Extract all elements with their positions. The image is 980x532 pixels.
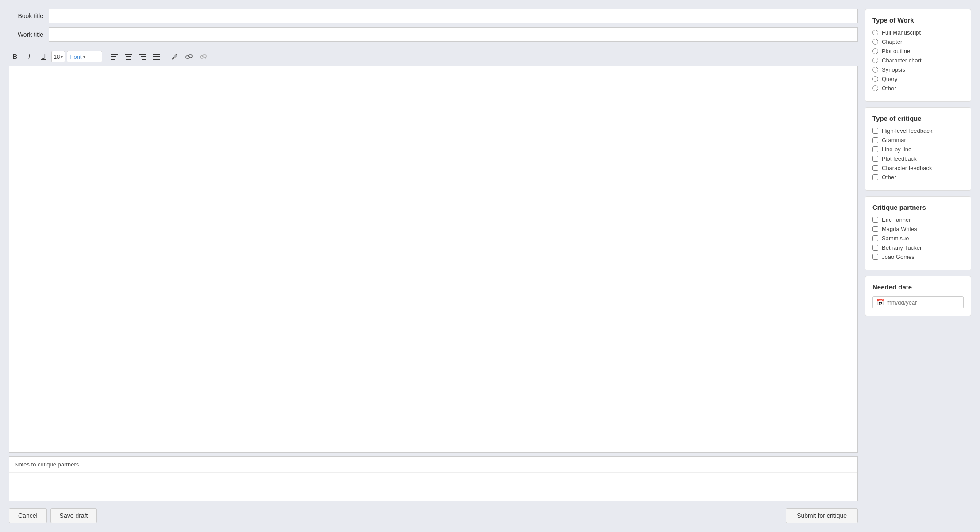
type-of-work-title: Type of Work (872, 16, 964, 24)
work-title-label: Work title (9, 31, 49, 38)
align-right-button[interactable] (136, 50, 149, 63)
label-cp-magda[interactable]: Magda Writes (882, 226, 917, 232)
type-of-critique-item: Line-by-line (872, 146, 964, 153)
type-of-work-item: Other (872, 85, 964, 92)
checkbox-cp-joao[interactable] (872, 254, 878, 260)
notes-input[interactable] (9, 473, 857, 499)
label-tc-line[interactable]: Line-by-line (882, 146, 911, 153)
type-of-critique-card: Type of critique High-level feedbackGram… (865, 107, 971, 191)
type-of-work-item: Full Manuscript (872, 29, 964, 36)
label-tw-char-chart[interactable]: Character chart (882, 57, 922, 64)
label-cp-sammi[interactable]: Sammisue (882, 235, 909, 242)
align-center-icon (125, 54, 132, 60)
checkbox-cp-bethany[interactable] (872, 245, 878, 251)
checkbox-tc-high[interactable] (872, 128, 878, 134)
calendar-icon: 📅 (876, 299, 884, 306)
checkbox-tc-char[interactable] (872, 165, 878, 171)
font-size-value: 18 (54, 54, 60, 60)
label-tw-full[interactable]: Full Manuscript (882, 29, 921, 36)
critique-partners-title: Critique partners (872, 204, 964, 211)
needed-date-title: Needed date (872, 283, 964, 291)
date-input[interactable] (887, 299, 961, 306)
font-size-chevron-icon: ▾ (61, 54, 63, 59)
right-panel: Type of Work Full ManuscriptChapterPlot … (865, 9, 971, 523)
type-of-work-item: Query (872, 76, 964, 82)
label-tw-query[interactable]: Query (882, 76, 897, 82)
toolbar-divider-1 (105, 52, 105, 61)
checkbox-cp-magda[interactable] (872, 226, 878, 232)
pencil-button[interactable] (169, 50, 181, 63)
type-of-work-item: Synopsis (872, 66, 964, 73)
font-name-label: Font (70, 54, 81, 60)
underline-button[interactable]: U (37, 50, 50, 63)
book-title-input[interactable] (49, 9, 858, 23)
checkbox-tc-other[interactable] (872, 174, 878, 180)
checkbox-tc-line[interactable] (872, 146, 878, 152)
radio-tw-full[interactable] (872, 30, 878, 35)
notes-area: Notes to critique partners (9, 456, 858, 501)
bold-button[interactable]: B (9, 50, 21, 63)
link-button[interactable] (183, 50, 195, 63)
label-tw-other[interactable]: Other (882, 85, 896, 92)
radio-tw-char-chart[interactable] (872, 58, 878, 63)
type-of-critique-options: High-level feedbackGrammarLine-by-linePl… (872, 127, 964, 181)
checkbox-cp-eric[interactable] (872, 217, 878, 223)
main-layout: Book title Work title B I U 18 ▾ Font (9, 9, 971, 523)
label-tw-plot-outline[interactable]: Plot outline (882, 48, 910, 54)
book-title-label: Book title (9, 12, 49, 19)
label-tw-synopsis[interactable]: Synopsis (882, 66, 905, 73)
type-of-work-item: Chapter (872, 39, 964, 45)
editor-toolbar: B I U 18 ▾ Font ▾ (9, 48, 858, 66)
type-of-work-options: Full ManuscriptChapterPlot outlineCharac… (872, 29, 964, 92)
label-tc-char[interactable]: Character feedback (882, 165, 932, 171)
radio-tw-other[interactable] (872, 85, 878, 91)
unlink-button[interactable] (197, 50, 209, 63)
checkbox-tc-grammar[interactable] (872, 137, 878, 143)
work-title-row: Work title (9, 27, 858, 42)
footer-buttons: Cancel Save draft Submit for critique (9, 501, 858, 523)
label-cp-joao[interactable]: Joao Gomes (882, 254, 914, 260)
radio-tw-query[interactable] (872, 76, 878, 82)
type-of-critique-item: Grammar (872, 137, 964, 143)
date-input-wrapper: 📅 (872, 296, 964, 308)
radio-tw-plot-outline[interactable] (872, 48, 878, 54)
type-of-critique-item: Character feedback (872, 165, 964, 171)
footer-left: Cancel Save draft (9, 508, 97, 523)
font-dropdown[interactable]: Font ▾ (67, 51, 102, 62)
checkbox-tc-plot[interactable] (872, 156, 878, 162)
work-title-input[interactable] (49, 27, 858, 42)
toolbar-divider-2 (166, 52, 166, 61)
editor-content[interactable] (9, 66, 858, 453)
label-tc-grammar[interactable]: Grammar (882, 137, 906, 143)
label-cp-bethany[interactable]: Bethany Tucker (882, 244, 922, 251)
critique-partner-item: Sammisue (872, 235, 964, 242)
unlink-icon (200, 54, 207, 60)
radio-tw-chapter[interactable] (872, 39, 878, 45)
label-cp-eric[interactable]: Eric Tanner (882, 216, 911, 223)
save-draft-button[interactable]: Save draft (50, 508, 97, 523)
label-tc-other[interactable]: Other (882, 174, 896, 181)
critique-partner-item: Joao Gomes (872, 254, 964, 260)
type-of-critique-item: Plot feedback (872, 155, 964, 162)
type-of-critique-item: Other (872, 174, 964, 181)
submit-button[interactable]: Submit for critique (786, 508, 858, 523)
type-of-critique-item: High-level feedback (872, 127, 964, 134)
critique-partner-item: Magda Writes (872, 226, 964, 232)
font-size-control[interactable]: 18 ▾ (51, 51, 65, 62)
checkbox-cp-sammi[interactable] (872, 235, 878, 241)
align-justify-icon (153, 54, 160, 60)
form-fields: Book title Work title (9, 9, 858, 48)
align-left-button[interactable] (108, 50, 120, 63)
label-tc-plot[interactable]: Plot feedback (882, 155, 917, 162)
book-title-row: Book title (9, 9, 858, 23)
critique-partners-options: Eric TannerMagda WritesSammisueBethany T… (872, 216, 964, 260)
label-tc-high[interactable]: High-level feedback (882, 127, 932, 134)
label-tw-chapter[interactable]: Chapter (882, 39, 902, 45)
cancel-button[interactable]: Cancel (9, 508, 47, 523)
align-center-button[interactable] (122, 50, 135, 63)
critique-partners-card: Critique partners Eric TannerMagda Write… (865, 196, 971, 270)
italic-button[interactable]: I (23, 50, 35, 63)
align-justify-button[interactable] (150, 50, 163, 63)
radio-tw-synopsis[interactable] (872, 67, 878, 73)
type-of-work-item: Plot outline (872, 48, 964, 54)
